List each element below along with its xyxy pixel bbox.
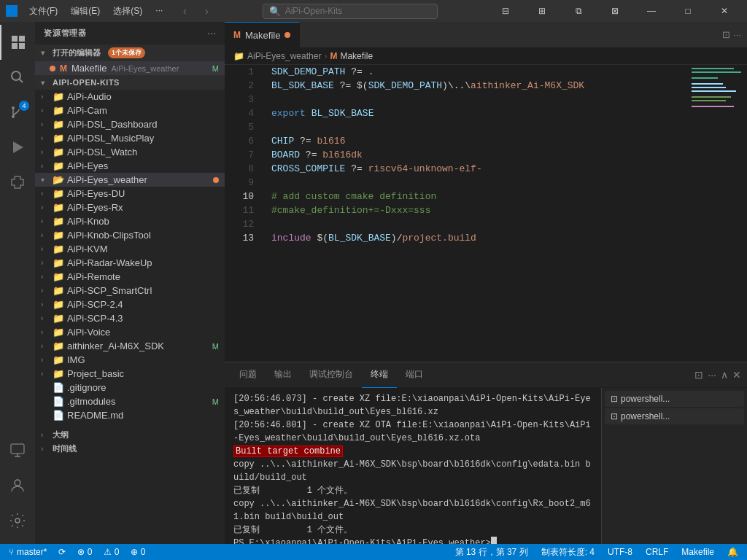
- menu-file[interactable]: 文件(F): [23, 4, 63, 19]
- file-modified-badge: M: [212, 64, 219, 73]
- tree-item-scp-43[interactable]: ›📁AiPi-SCP-4.3: [35, 311, 225, 325]
- tree-item-kvm[interactable]: ›📁AiPi-KVM: [35, 242, 225, 256]
- more-actions-icon[interactable]: ···: [733, 29, 741, 40]
- tabs-bar: M Makefile ⊡ ···: [225, 22, 747, 48]
- layout-button-4[interactable]: ⊠: [598, 0, 632, 22]
- open-editor-file[interactable]: M Makefile AiPi-Eyes_weather M: [35, 61, 225, 75]
- tree-item-dsl-dashboard[interactable]: ›📁AiPi-DSL_Dashboard: [35, 117, 225, 131]
- tab-file-name: Makefile: [245, 30, 280, 41]
- search-input[interactable]: [285, 6, 431, 16]
- tree-item-remote[interactable]: ›📁AiPi-Remote: [35, 270, 225, 284]
- back-button[interactable]: ‹: [174, 1, 195, 21]
- tree-item-scp-smart[interactable]: ›📁AiPi-SCP_SmartCtrl: [35, 284, 225, 298]
- status-bell[interactable]: 🔔: [724, 547, 741, 557]
- panel-tab-problems[interactable]: 问题: [231, 362, 266, 388]
- sdk-modified-badge: M: [212, 342, 219, 351]
- activity-settings[interactable]: [0, 503, 35, 538]
- status-line-ending[interactable]: CRLF: [643, 547, 671, 557]
- menu-select[interactable]: 选择(S): [107, 4, 148, 19]
- panel-expand-icon[interactable]: ∧: [721, 369, 728, 381]
- status-warnings[interactable]: ⚠ 0: [101, 547, 122, 557]
- activity-remote[interactable]: [0, 433, 35, 468]
- tree-item-knob[interactable]: ›📁AiPi-Knob: [35, 214, 225, 228]
- tree-item-eyes[interactable]: ›📁AiPi-Eyes: [35, 159, 225, 173]
- menu-edit[interactable]: 编辑(E): [65, 4, 106, 19]
- tree-item-eyes-weather[interactable]: ▾📂AiPi-Eyes_weather: [35, 173, 225, 187]
- svg-point-4: [12, 106, 15, 109]
- tab-makefile[interactable]: M Makefile: [225, 22, 300, 47]
- panel-tab-terminal[interactable]: 终端: [362, 362, 397, 388]
- panel-tab-ports[interactable]: 端口: [397, 362, 432, 388]
- tree-item-cam[interactable]: ›📁AiPi-Cam: [35, 104, 225, 117]
- split-editor-icon[interactable]: ⊡: [722, 29, 730, 40]
- split-terminal-icon[interactable]: ⊡: [694, 369, 703, 381]
- status-line-col[interactable]: 第 13 行，第 37 列: [452, 546, 531, 559]
- activity-search[interactable]: [0, 60, 35, 95]
- close-button[interactable]: ✕: [708, 0, 741, 22]
- tree-item-sdk[interactable]: ›📁aithinker_Ai-M6X_SDKM: [35, 339, 225, 353]
- timeline-section[interactable]: › 时间线: [35, 442, 225, 456]
- forward-button[interactable]: ›: [196, 1, 217, 21]
- tree-root-chevron: ▾: [41, 79, 50, 87]
- branch-name: master*: [17, 547, 47, 557]
- tree-item-label: AiPi-SCP_SmartCtrl: [67, 285, 152, 296]
- open-editors-section[interactable]: ▾ 打开的编辑器 1个未保存: [35, 44, 225, 61]
- terminal-list-item-2[interactable]: ⊡ powershell...: [605, 408, 744, 424]
- activity-accounts[interactable]: [0, 468, 35, 503]
- layout-button-2[interactable]: ⊞: [525, 0, 559, 22]
- tree-item-voice[interactable]: ›📁AiPi-Voice: [35, 325, 225, 339]
- panel-more-icon[interactable]: ···: [708, 369, 716, 381]
- tree-item-radar[interactable]: ›📁AiPi-Radar-WakeUp: [35, 256, 225, 270]
- sidebar-actions[interactable]: ···: [207, 29, 216, 38]
- tree-item-dsl-watch[interactable]: ›📁AiPi-DSL_Watch: [35, 145, 225, 159]
- tree-item-dsl-musicplay[interactable]: ›📁AiPi-DSL_MusicPlay: [35, 131, 225, 145]
- code-editor[interactable]: 1 2 3 4 5 6 7 8 9 10 11 12 13 SDK_DEMO_P…: [225, 65, 747, 362]
- maximize-button[interactable]: □: [671, 0, 705, 22]
- activity-source-control[interactable]: 4: [0, 95, 35, 130]
- activity-extensions[interactable]: [0, 165, 35, 200]
- tree-item-eyes-rx[interactable]: ›📁AiPi-Eyes-Rx: [35, 201, 225, 214]
- layout-button-3[interactable]: ⧉: [562, 0, 595, 22]
- tree-item-eyes-du[interactable]: ›📁AiPi-Eyes-DU: [35, 187, 225, 201]
- tree-item-scp-24[interactable]: ›📁AiPi-SCP-2.4: [35, 298, 225, 311]
- breadcrumb-file[interactable]: Makefile: [340, 51, 373, 61]
- tree-item-img[interactable]: ›📁IMG: [35, 353, 225, 367]
- folder-icon: 📁: [53, 202, 64, 213]
- status-branch[interactable]: ⑂ master*: [6, 547, 50, 557]
- breadcrumb-folder[interactable]: AiPi-Eyes_weather: [247, 51, 321, 61]
- folder-icon: 📁: [53, 230, 64, 241]
- activity-run[interactable]: [0, 130, 35, 165]
- breadcrumb-separator: ›: [324, 51, 327, 61]
- tree-item-project[interactable]: ›📁Project_basic: [35, 367, 225, 381]
- status-spaces[interactable]: 制表符长度: 4: [538, 546, 597, 559]
- minimap: [689, 65, 747, 362]
- status-remote[interactable]: ⊕ 0: [128, 547, 148, 557]
- panel-close-icon[interactable]: ✕: [732, 369, 741, 381]
- tree-item-gitmodules[interactable]: ›📄.gitmodulesM: [35, 394, 225, 408]
- tree-item-readme[interactable]: ›📄README.md: [35, 408, 225, 422]
- status-sync[interactable]: ⟳: [55, 547, 69, 557]
- terminal-content[interactable]: [20:56:46.073] - create XZ file:E:\xiaoa…: [225, 388, 601, 544]
- panel-tab-output[interactable]: 输出: [266, 362, 301, 388]
- tree-root-section[interactable]: ▾ AIPI-OPEN-KITS: [35, 75, 225, 90]
- status-language[interactable]: Makefile: [678, 547, 717, 557]
- tree-item-knob-clips[interactable]: ›📁AiPi-Knob-ClipsTool: [35, 228, 225, 242]
- minimize-button[interactable]: —: [635, 0, 668, 22]
- status-encoding[interactable]: UTF-8: [605, 547, 635, 557]
- vscode-icon: [6, 5, 18, 17]
- status-bar: ⑂ master* ⟳ ⊗ 0 ⚠ 0 ⊕ 0 第 13 行，第 37 列 制表…: [0, 544, 747, 560]
- layout-button-1[interactable]: ⊟: [489, 0, 522, 22]
- search-bar[interactable]: 🔍: [263, 4, 438, 19]
- outline-section[interactable]: › 大纲: [35, 428, 225, 442]
- status-errors[interactable]: ⊗ 0: [74, 547, 95, 557]
- activity-explorer[interactable]: [0, 25, 35, 60]
- terminal-line-1: [20:56:46.073] - create XZ file:E:\xiaoa…: [233, 392, 592, 419]
- panel-tab-debug[interactable]: 调试控制台: [301, 362, 362, 388]
- tree-item-audio[interactable]: ›📁AiPi-Audio: [35, 90, 225, 104]
- code-content[interactable]: SDK_DEMO_PATH ?= . BL_SDK_BASE ?= $(SDK_…: [260, 65, 689, 362]
- terminal-list-item-1[interactable]: ⊡ powershell...: [605, 391, 744, 407]
- tree-item-gitignore[interactable]: ›📄.gitignore: [35, 381, 225, 394]
- menu-more[interactable]: ···: [150, 4, 169, 19]
- editor-panel-container: 1 2 3 4 5 6 7 8 9 10 11 12 13 SDK_DEMO_P…: [225, 65, 747, 544]
- file-tree: ›📁AiPi-Audio ›📁AiPi-Cam ›📁AiPi-DSL_Dashb…: [35, 90, 225, 544]
